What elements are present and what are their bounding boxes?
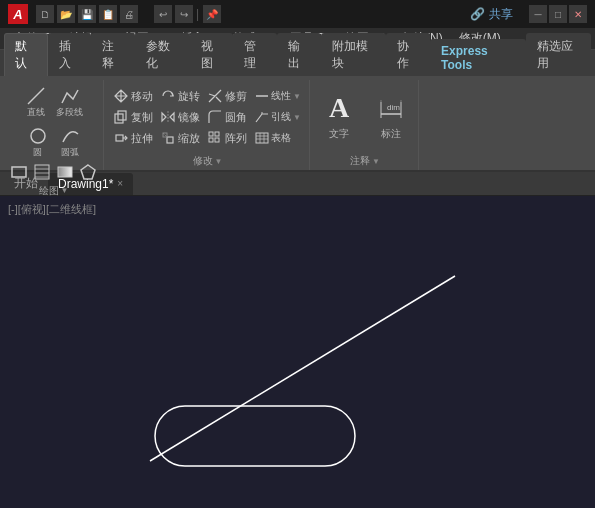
ribbon-group-annotate: A 文字 dim 标注: [312, 80, 419, 170]
linestyle-dropdown[interactable]: ▼: [293, 92, 301, 101]
tab-default[interactable]: 默认: [4, 33, 48, 76]
leader-dropdown[interactable]: ▼: [293, 113, 301, 122]
svg-rect-2: [12, 167, 26, 177]
draw-group-content: 直线 多段线 圆: [8, 82, 99, 182]
table-label: 表格: [271, 131, 291, 145]
fillet-label: 圆角: [225, 110, 247, 125]
share-icon: 🔗: [470, 7, 485, 21]
undo-button[interactable]: ↩: [154, 5, 172, 23]
drawing-canvas: [0, 196, 595, 508]
rotate-label: 旋转: [178, 89, 200, 104]
svg-rect-25: [215, 132, 219, 136]
svg-marker-17: [170, 113, 174, 121]
text-label: 文字: [329, 128, 349, 139]
arc-label: 圆弧: [61, 148, 79, 158]
modify-group-label: 修改 ▼: [193, 154, 223, 168]
scale-label: 缩放: [178, 131, 200, 146]
share-button[interactable]: 🔗 共享: [470, 6, 513, 23]
circle-button[interactable]: 圆: [23, 122, 53, 160]
svg-rect-40: [155, 406, 355, 466]
modify-row-1: 移动 旋转 修剪 线性 ▼: [110, 86, 305, 106]
mirror-label: 镜像: [178, 110, 200, 125]
save-as-button[interactable]: 📋: [99, 5, 117, 23]
svg-rect-26: [209, 138, 213, 142]
app-icon[interactable]: A: [8, 4, 28, 24]
rotate-button[interactable]: 旋转: [157, 87, 203, 105]
move-button[interactable]: 移动: [110, 87, 156, 105]
rect-button[interactable]: [8, 162, 30, 182]
tab-annotate[interactable]: 注释: [91, 33, 135, 76]
dim-label: 标注: [381, 128, 401, 139]
hatch-button[interactable]: [31, 162, 53, 182]
pline-label: 多段线: [56, 108, 83, 118]
svg-rect-28: [256, 133, 268, 143]
polyline-icon: [58, 84, 82, 108]
svg-line-10: [209, 94, 215, 96]
modify-dropdown-icon[interactable]: ▼: [215, 157, 223, 166]
tab-close-button[interactable]: ×: [117, 178, 123, 189]
pin-button[interactable]: 📌: [203, 5, 221, 23]
copy-label: 复制: [131, 110, 153, 125]
open-button[interactable]: 📂: [57, 5, 75, 23]
dim-icon: dim: [373, 90, 409, 126]
ribbon: 直线 多段线 圆: [0, 76, 595, 172]
tab-view[interactable]: 视图: [190, 33, 234, 76]
table-button[interactable]: 表格: [255, 128, 305, 148]
tab-collab[interactable]: 协作: [386, 33, 430, 76]
line-label: 直线: [27, 108, 45, 118]
minimize-button[interactable]: ─: [529, 5, 547, 23]
array-button[interactable]: 阵列: [204, 129, 250, 147]
modify-group-content: 移动 旋转 修剪 线性 ▼: [110, 82, 305, 152]
annotate-dropdown-icon[interactable]: ▼: [372, 157, 380, 166]
svg-rect-19: [116, 135, 123, 141]
ribbon-group-draw: 直线 多段线 圆: [4, 80, 104, 170]
text-button[interactable]: A 文字: [316, 82, 362, 146]
maximize-button[interactable]: □: [549, 5, 567, 23]
svg-point-1: [31, 129, 45, 143]
gradient-button[interactable]: [54, 162, 76, 182]
leader-label: 引线: [271, 110, 291, 124]
close-button[interactable]: ✕: [569, 5, 587, 23]
title-bar: A 🗋 📂 💾 📋 🖨 ↩ ↪ | 📌 🔗 共享 ─ □ ✕: [0, 0, 595, 28]
linestyle-button[interactable]: 线性 ▼: [255, 86, 305, 106]
redo-button[interactable]: ↪: [175, 5, 193, 23]
dim-button[interactable]: dim 标注: [368, 82, 414, 146]
circle-label: 圆: [33, 148, 42, 158]
svg-marker-8: [81, 165, 95, 179]
trim-button[interactable]: 修剪: [204, 87, 250, 105]
tab-manage[interactable]: 管理: [233, 33, 277, 76]
leader-line-button[interactable]: 引线 ▼: [255, 107, 305, 127]
trim-label: 修剪: [225, 89, 247, 104]
line-icon: [24, 84, 48, 108]
svg-rect-24: [209, 132, 213, 136]
tab-param[interactable]: 参数化: [135, 33, 190, 76]
annotate-group-label: 注释 ▼: [350, 154, 380, 168]
tab-express[interactable]: Express Tools: [430, 39, 525, 76]
drawing-area[interactable]: [-][俯视][二维线框]: [0, 196, 595, 508]
copy-button[interactable]: 复制: [110, 108, 156, 126]
mirror-button[interactable]: 镜像: [157, 108, 203, 126]
svg-line-0: [28, 88, 44, 104]
scale-button[interactable]: 缩放: [157, 129, 203, 147]
fillet-button[interactable]: 圆角: [204, 108, 250, 126]
plot-button[interactable]: 🖨: [120, 5, 138, 23]
linestyle-label: 线性: [271, 89, 291, 103]
share-label: 共享: [489, 6, 513, 23]
stretch-button[interactable]: 拉伸: [110, 129, 156, 147]
svg-rect-7: [58, 167, 72, 177]
new-button[interactable]: 🗋: [36, 5, 54, 23]
tab-apps[interactable]: 精选应用: [526, 33, 591, 76]
pline-button[interactable]: 多段线: [53, 82, 86, 120]
arc-button[interactable]: 圆弧: [55, 122, 85, 160]
tab-output[interactable]: 输出: [277, 33, 321, 76]
ribbon-group-modify: 移动 旋转 修剪 线性 ▼: [106, 80, 310, 170]
save-button[interactable]: 💾: [78, 5, 96, 23]
svg-line-11: [216, 97, 221, 102]
draw-dropdown-icon[interactable]: ▼: [61, 186, 69, 195]
tab-insert[interactable]: 插入: [48, 33, 92, 76]
tab-addin[interactable]: 附加模块: [321, 33, 386, 76]
annotate-label-text: 注释: [350, 154, 370, 168]
modify-label-text: 修改: [193, 154, 213, 168]
line-button[interactable]: 直线: [21, 82, 51, 120]
region-button[interactable]: [77, 162, 99, 182]
